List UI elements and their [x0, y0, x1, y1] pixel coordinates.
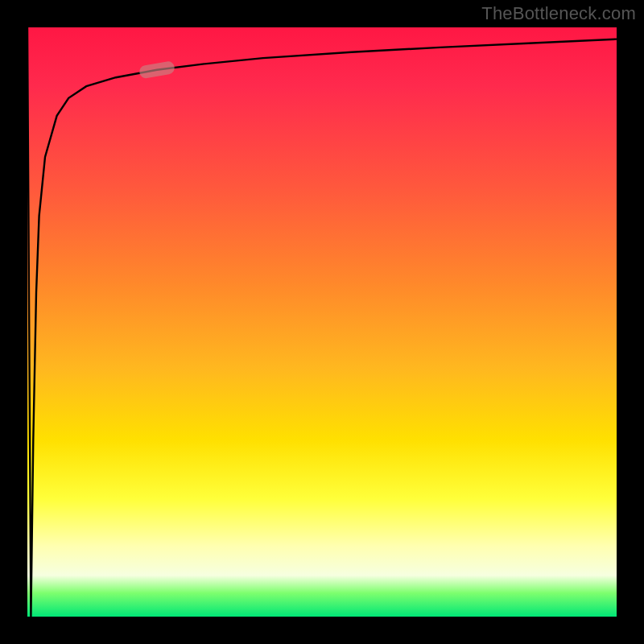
chart-svg	[27, 27, 617, 617]
frame: TheBottleneck.com	[0, 0, 644, 644]
attribution-text: TheBottleneck.com	[481, 3, 636, 24]
svg-rect-0	[138, 60, 175, 79]
highlight-marker	[138, 60, 175, 79]
bottleneck-curve	[27, 27, 617, 617]
